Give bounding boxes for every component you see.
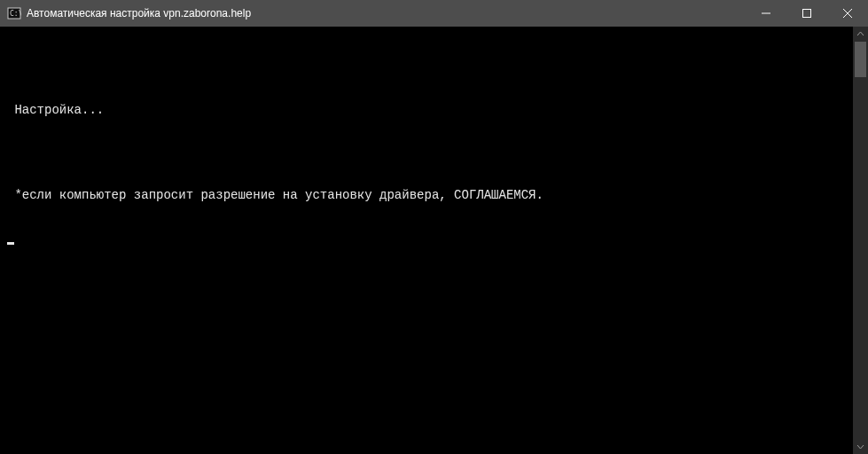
console-line	[7, 60, 853, 74]
titlebar[interactable]: C:\ Автоматическая настройка vpn.zaboron…	[0, 0, 868, 27]
cmd-icon: C:\	[7, 6, 21, 20]
close-button[interactable]	[827, 0, 868, 27]
console-line: Настройка...	[7, 103, 853, 117]
command-prompt-window: C:\ Автоматическая настройка vpn.zaboron…	[0, 0, 868, 454]
console-line	[7, 145, 853, 160]
scroll-up-button[interactable]	[853, 27, 868, 42]
svg-text:C:\: C:\	[10, 10, 21, 18]
console-output[interactable]: Настройка... *если компьютер запросит ра…	[0, 27, 853, 454]
maximize-button[interactable]	[786, 0, 827, 27]
minimize-button[interactable]	[746, 0, 786, 27]
vertical-scrollbar[interactable]	[853, 27, 868, 454]
window-controls	[746, 0, 868, 27]
scroll-down-button[interactable]	[853, 439, 868, 454]
window-title: Автоматическая настройка vpn.zaborona.he…	[27, 7, 251, 20]
scroll-thumb[interactable]	[855, 42, 866, 77]
client-area: Настройка... *если компьютер запросит ра…	[0, 27, 868, 454]
text-cursor	[7, 242, 14, 245]
console-line: *если компьютер запросит разрешение на у…	[7, 188, 853, 202]
svg-rect-3	[803, 10, 811, 18]
console-line	[7, 231, 853, 245]
